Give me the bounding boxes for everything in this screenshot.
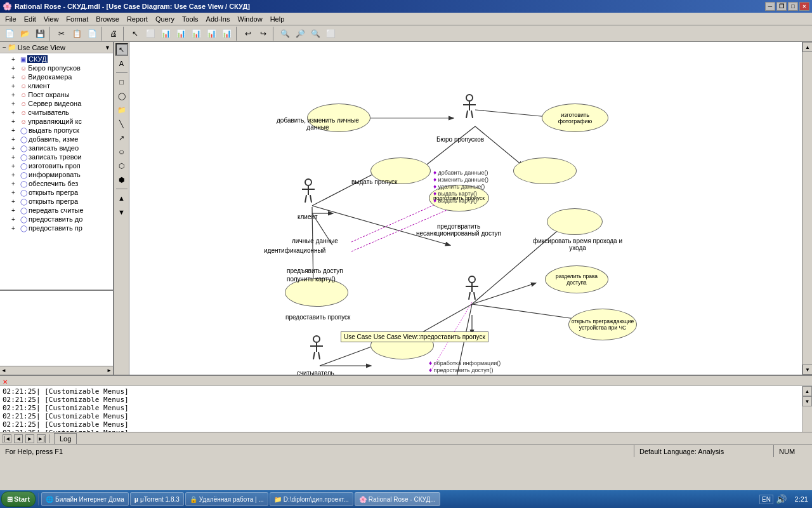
log-scroll-up[interactable]: ▲ — [802, 386, 812, 396]
tray-volume-icon[interactable]: 🔊 — [776, 494, 787, 504]
taskbar-btn-5[interactable]: 🌸 Rational Rose - СКУД... — [355, 492, 440, 506]
menu-format[interactable]: Format — [62, 14, 92, 24]
actor-computer[interactable] — [466, 276, 478, 300]
tree-item-provide2[interactable]: + ◯ предоставить пр — [1, 224, 112, 232]
log-scroll-down[interactable]: ▼ — [802, 396, 812, 406]
tree-collapse-btn[interactable]: − — [3, 44, 6, 51]
tb-b5[interactable]: 📊 — [219, 27, 233, 41]
uc-photo[interactable]: изготовить фотографию — [542, 104, 608, 132]
menu-browse[interactable]: Browse — [92, 14, 123, 24]
tree-expander[interactable]: + — [11, 56, 19, 63]
tree-item-secure[interactable]: + ◯ обеспечить без — [1, 179, 112, 188]
uc-mid-right[interactable] — [513, 157, 577, 184]
menu-window[interactable]: Window — [234, 14, 266, 24]
menu-help[interactable]: Help — [266, 14, 289, 24]
tree-scrollbar[interactable]: ▼ — [105, 44, 110, 51]
log-scrollbar[interactable]: ▲ ▼ — [802, 386, 812, 432]
menu-addins[interactable]: Add-Ins — [202, 14, 234, 24]
uc-barrier[interactable]: открыть преграждающие устройства при ЧС — [568, 309, 637, 340]
log-nav-prev[interactable]: ◄ — [14, 434, 23, 443]
maximize-button[interactable]: □ — [788, 2, 798, 11]
tb-rect[interactable]: ⬜ — [143, 27, 157, 41]
scroll-down-btn[interactable]: ▼ — [802, 364, 812, 375]
tree-item-bureau[interactable]: + ☺ Бюро пропусков — [1, 64, 112, 72]
tb-fwd[interactable]: ↪ — [256, 27, 270, 41]
uc-right-mid[interactable] — [547, 208, 603, 235]
tb-zoom[interactable]: 🔎 — [293, 27, 307, 41]
taskbar-btn-2[interactable]: μ μTorrent 1.8.3 — [130, 492, 184, 506]
tool-text[interactable]: A — [115, 57, 128, 70]
tree-item-video[interactable]: + ◯ записать видео — [1, 144, 112, 152]
tb-b3[interactable]: 📊 — [189, 27, 203, 41]
menu-view[interactable]: View — [40, 14, 63, 24]
tb-open[interactable]: 📂 — [18, 27, 32, 41]
tree-scroll-left[interactable]: ◄ — [0, 368, 8, 373]
tb-cut[interactable]: ✂ — [55, 27, 69, 41]
scroll-up-btn[interactable]: ▲ — [802, 42, 812, 52]
tree-item-alarm[interactable]: + ◯ записать тревои — [1, 152, 112, 161]
restore-button[interactable]: ❐ — [776, 2, 787, 11]
tool-scroll-down[interactable]: ▼ — [115, 206, 128, 218]
tree-item-skud[interactable]: + ▣ СКУД — [1, 55, 112, 64]
start-button[interactable]: ⊞ Start — [1, 491, 36, 507]
tree-item-client[interactable]: + ☺ клиент — [1, 81, 112, 90]
tool-actor[interactable]: ☺ — [115, 145, 128, 158]
tb-b2[interactable]: 📊 — [174, 27, 188, 41]
taskbar-btn-1[interactable]: 🌐 Билайн Интернет Дома — [41, 492, 129, 506]
tool-line[interactable]: ╲ — [115, 117, 128, 130]
tree-item-add[interactable]: + ◯ добавить, изме — [1, 135, 112, 144]
tree-item-camera[interactable]: + ☺ Видеокамера — [1, 72, 112, 81]
tree-item-inform[interactable]: + ◯ информировать — [1, 170, 112, 179]
tree-item-issue[interactable]: + ◯ выдать пропуск — [1, 126, 112, 135]
tb-zoomin[interactable]: 🔍 — [278, 27, 292, 41]
minimize-button[interactable]: ─ — [765, 2, 775, 11]
menu-query[interactable]: Query — [152, 14, 178, 24]
tree-item-open1[interactable]: + ◯ открыть прегра — [1, 188, 112, 197]
tb-zoomout[interactable]: 🔍 — [308, 27, 322, 41]
tb-select-ptr[interactable]: ↖ — [128, 27, 142, 41]
tb-print[interactable]: 🖨 — [107, 27, 121, 41]
taskbar-btn-3[interactable]: 🔒 Удалённая работа | ... — [185, 492, 268, 506]
tb-copy[interactable]: 📋 — [70, 27, 84, 41]
actor-reader[interactable] — [310, 335, 323, 359]
actor-client[interactable] — [302, 178, 315, 203]
tree-item-controller[interactable]: + ☺ управляющий кс — [1, 117, 112, 126]
tb-b1[interactable]: 📊 — [159, 27, 173, 41]
log-nav-last[interactable]: ►| — [37, 434, 46, 443]
tree-item-post[interactable]: + ☺ Пост охраны — [1, 90, 112, 99]
tool-arrow[interactable]: ↗ — [115, 131, 128, 144]
log-nav-next[interactable]: ► — [25, 434, 34, 443]
menu-tools[interactable]: Tools — [178, 14, 202, 24]
tree-expander-2[interactable]: + — [11, 65, 19, 72]
tb-fit[interactable]: ⬜ — [324, 27, 337, 41]
tool-note[interactable]: □ — [115, 76, 128, 88]
tb-new[interactable]: 📄 — [3, 27, 16, 41]
tool-usecase[interactable]: ⬡ — [115, 159, 128, 172]
taskbar-btn-4[interactable]: 📁 D:\diplom\дип.проект... — [270, 492, 353, 506]
scroll-track[interactable] — [802, 52, 812, 364]
tb-paste[interactable]: 📄 — [85, 27, 99, 41]
actor-bureau[interactable] — [463, 94, 476, 118]
tb-back[interactable]: ↩ — [241, 27, 255, 41]
tree-item-reader[interactable]: + ☺ считыватель — [1, 108, 112, 117]
menu-file[interactable]: File — [1, 14, 20, 24]
tree-scroll-right[interactable]: ► — [105, 368, 113, 373]
tool-select[interactable]: ↖ — [115, 43, 128, 56]
tree-item-server[interactable]: + ☺ Сервер видеона — [1, 99, 112, 108]
tool-scroll-up[interactable]: ▲ — [115, 192, 128, 204]
tb-b4[interactable]: 📊 — [204, 27, 218, 41]
menu-report[interactable]: Report — [123, 14, 152, 24]
tb-save[interactable]: 💾 — [33, 27, 47, 41]
menu-edit[interactable]: Edit — [20, 14, 40, 24]
log-tab[interactable]: Log — [54, 433, 77, 444]
tree-item-open2[interactable]: + ◯ открыть прегра — [1, 197, 112, 206]
right-scrollbar[interactable]: ▲ ▼ — [802, 42, 812, 375]
tool-dep[interactable]: ⬢ — [115, 173, 128, 186]
close-button[interactable]: × — [799, 2, 809, 11]
tree-item-transfer[interactable]: + ◯ передать считые — [1, 206, 112, 215]
tree-hscroll[interactable]: ◄ ► — [0, 366, 113, 375]
log-nav-first[interactable]: |◄ — [3, 434, 11, 443]
diagram-canvas[interactable]: изготовить фотографию подготовить пропус… — [129, 42, 802, 375]
window-controls[interactable]: ─ ❐ □ × — [765, 2, 809, 11]
tray-lang[interactable]: EN — [759, 495, 773, 504]
